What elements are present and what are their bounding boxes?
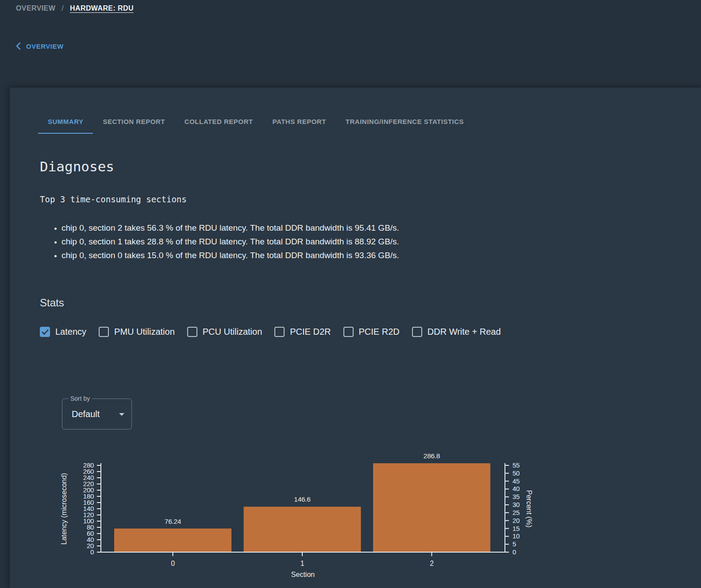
checkbox-label: Latency bbox=[55, 327, 86, 337]
diagnoses-list: chip 0, section 2 takes 56.3 % of the RD… bbox=[52, 221, 399, 262]
chevron-left-icon bbox=[16, 42, 21, 50]
tab-summary[interactable]: SUMMARY bbox=[38, 109, 93, 134]
diagnosis-item: chip 0, section 0 takes 15.0 % of the RD… bbox=[62, 248, 399, 262]
breadcrumb: OVERVIEW / HARDWARE: RDU bbox=[16, 4, 134, 12]
checkbox-label: DDR Write + Read bbox=[428, 327, 501, 337]
tab-collated-report[interactable]: COLLATED REPORT bbox=[175, 109, 263, 134]
checkbox-box bbox=[412, 327, 422, 337]
diagnosis-item: chip 0, section 2 takes 56.3 % of the RD… bbox=[62, 221, 399, 235]
back-link-label: OVERVIEW bbox=[26, 43, 64, 50]
checkbox-label: PCIE R2D bbox=[359, 327, 400, 337]
stats-checkbox-row: Latency PMU Utilization PCU Utilization … bbox=[40, 327, 501, 337]
dropdown-arrow-icon bbox=[119, 413, 124, 416]
tab-label: SECTION REPORT bbox=[103, 118, 165, 125]
breadcrumb-overview-link[interactable]: OVERVIEW bbox=[16, 4, 55, 12]
checkbox-pcie-r2d[interactable]: PCIE R2D bbox=[343, 327, 400, 337]
hardware-rdu-page: { "page": { "bg": "#25313d", "card_bg": … bbox=[0, 0, 701, 588]
breadcrumb-current-page[interactable]: HARDWARE: RDU bbox=[70, 4, 134, 12]
checkbox-box bbox=[40, 327, 50, 337]
diagnoses-heading: Diagnoses bbox=[40, 159, 114, 174]
check-icon bbox=[41, 328, 49, 336]
breadcrumb-separator: / bbox=[62, 4, 64, 12]
tab-label: COLLATED REPORT bbox=[185, 118, 253, 125]
stats-heading: Stats bbox=[40, 297, 64, 309]
tab-label: TRAINING/INFERENCE STATISTICS bbox=[346, 118, 464, 125]
checkbox-pcu-utilization[interactable]: PCU Utilization bbox=[187, 327, 262, 337]
tab-bar: SUMMARY SECTION REPORT COLLATED REPORT P… bbox=[38, 109, 474, 134]
checkbox-ddr-write-read[interactable]: DDR Write + Read bbox=[412, 327, 501, 337]
tab-paths-report[interactable]: PATHS REPORT bbox=[263, 109, 336, 134]
sort-by-value: Default bbox=[72, 409, 100, 419]
tab-section-report[interactable]: SECTION REPORT bbox=[93, 109, 174, 134]
checkbox-box bbox=[187, 327, 197, 337]
checkbox-box bbox=[343, 327, 354, 337]
diagnosis-item: chip 0, section 1 takes 28.8 % of the RD… bbox=[62, 235, 399, 248]
checkbox-box bbox=[274, 327, 285, 337]
tab-label: PATHS REPORT bbox=[273, 118, 326, 125]
checkbox-box bbox=[99, 327, 109, 337]
diagnoses-subtitle: Top 3 time-consuming sections bbox=[40, 194, 187, 204]
summary-card: SUMMARY SECTION REPORT COLLATED REPORT P… bbox=[10, 88, 701, 588]
checkbox-label: PCIE D2R bbox=[290, 327, 331, 337]
checkbox-pcie-d2r[interactable]: PCIE D2R bbox=[274, 327, 331, 337]
sort-by-label: Sort by bbox=[68, 395, 92, 402]
sort-by-select[interactable]: Sort by Default bbox=[62, 398, 132, 429]
checkbox-pmu-utilization[interactable]: PMU Utilization bbox=[99, 327, 175, 337]
checkbox-label: PCU Utilization bbox=[203, 327, 262, 337]
back-to-overview-link[interactable]: OVERVIEW bbox=[16, 42, 64, 50]
tab-label: SUMMARY bbox=[48, 118, 83, 125]
tab-training-inference-statistics[interactable]: TRAINING/INFERENCE STATISTICS bbox=[336, 109, 474, 134]
checkbox-latency[interactable]: Latency bbox=[40, 327, 86, 337]
checkbox-label: PMU Utilization bbox=[114, 327, 175, 337]
